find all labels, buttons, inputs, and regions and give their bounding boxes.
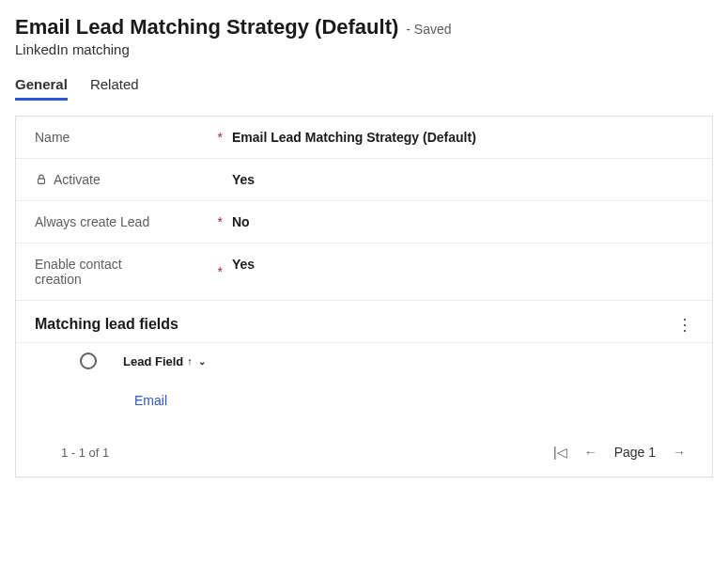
pager-count: 1 - 1 of 1 — [61, 446, 109, 460]
page-title: Email Lead Matching Strategy (Default) — [15, 15, 398, 39]
page-subtitle: LinkedIn matching — [15, 41, 713, 57]
required-indicator: * — [218, 130, 223, 145]
tab-related[interactable]: Related — [90, 76, 139, 101]
grid-header-row: Lead Field ↑ ⌄ — [16, 343, 712, 379]
required-indicator: * — [218, 214, 223, 229]
field-value-activate[interactable]: Yes — [232, 172, 693, 187]
section-header-matching-lead-fields: Matching lead fields — [35, 316, 178, 333]
svg-rect-0 — [39, 179, 45, 183]
field-row-always-create-lead: Always create Lead * No — [16, 201, 712, 243]
pager: 1 - 1 of 1 |◁ ← Page 1 → — [16, 422, 712, 477]
tabs: General Related — [15, 76, 713, 101]
field-label-name: Name — [35, 130, 70, 145]
chevron-down-icon: ⌄ — [198, 356, 206, 367]
field-label-enable-contact-creation: Enable contact creation — [35, 257, 166, 287]
sort-ascending-icon: ↑ — [187, 355, 193, 367]
field-value-enable-contact-creation[interactable]: Yes — [232, 257, 693, 272]
field-value-always-create-lead[interactable]: No — [232, 214, 693, 229]
field-label-activate: Activate — [54, 172, 101, 187]
column-header-lead-field[interactable]: Lead Field ↑ ⌄ — [123, 354, 206, 368]
save-status: - Saved — [406, 22, 451, 37]
form-panel: Name * Email Lead Matching Strategy (Def… — [15, 116, 713, 478]
field-label-always-create-lead: Always create Lead — [35, 214, 149, 229]
table-row[interactable]: Email — [16, 379, 712, 422]
tab-general[interactable]: General — [15, 76, 68, 101]
column-header-label: Lead Field — [123, 354, 183, 368]
field-value-name[interactable]: Email Lead Matching Strategy (Default) — [232, 130, 693, 145]
more-options-button[interactable]: ⋯ — [677, 317, 694, 333]
section-header-row: Matching lead fields ⋯ — [16, 301, 712, 343]
pager-prev-button[interactable]: ← — [584, 445, 597, 460]
required-indicator: * — [218, 264, 223, 279]
field-row-enable-contact-creation: Enable contact creation * Yes — [16, 243, 712, 301]
lead-field-link[interactable]: Email — [134, 393, 167, 408]
pager-page-indicator: Page 1 — [614, 445, 656, 460]
lock-icon — [35, 173, 48, 186]
pager-next-button[interactable]: → — [673, 445, 686, 460]
field-row-name: Name * Email Lead Matching Strategy (Def… — [16, 117, 712, 159]
field-row-activate: Activate Yes — [16, 159, 712, 201]
select-all-checkbox[interactable] — [80, 352, 97, 369]
pager-first-button[interactable]: |◁ — [553, 445, 567, 460]
